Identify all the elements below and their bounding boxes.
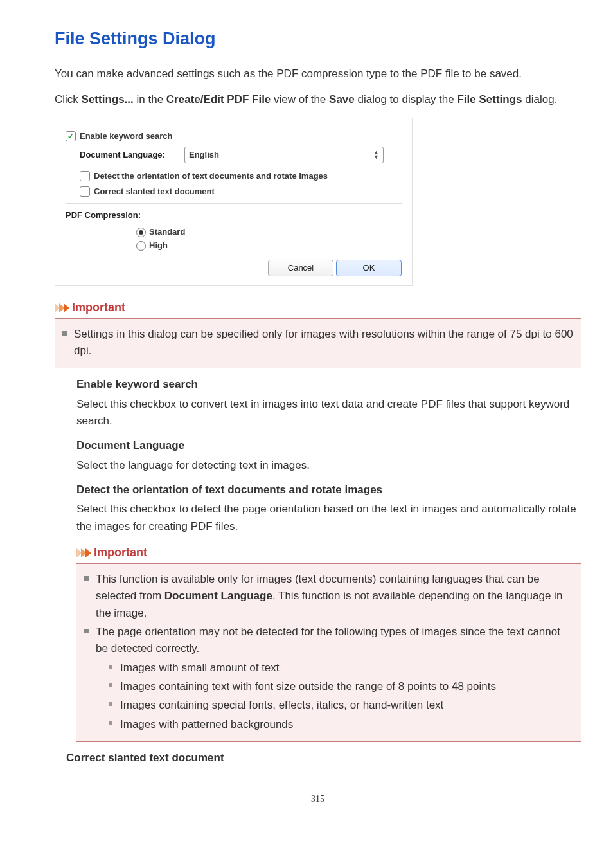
compression-high-label: High (149, 239, 168, 252)
term-document-language: Document Language (76, 437, 581, 454)
term-correct-slant: Correct slanted text document (66, 750, 581, 766)
stepper-icon: ▲▼ (373, 150, 379, 159)
correct-slant-checkbox[interactable] (80, 186, 90, 197)
desc-enable-keyword: Select this checkbox to convert text in … (76, 396, 581, 430)
text: dialog to display the (355, 93, 458, 105)
important-header: Important (76, 544, 581, 564)
important-body: Settings in this dialog can be specified… (55, 319, 581, 369)
intro-paragraph-2: Click Settings... in the Create/Edit PDF… (55, 91, 581, 108)
desc-document-language: Select the language for detecting text i… (76, 457, 581, 474)
compression-standard-radio[interactable] (136, 228, 146, 237)
document-language-value: English (189, 149, 219, 161)
text-bold: Settings... (82, 93, 134, 105)
important-item: Settings in this dialog can be specified… (62, 326, 574, 360)
text: in the (134, 93, 166, 105)
important-item: The page orientation may not be detected… (84, 624, 574, 733)
text: dialog. (522, 93, 558, 105)
enable-keyword-checkbox[interactable]: ✓ (66, 131, 76, 141)
text: The page orientation may not be detected… (96, 626, 560, 655)
cancel-button[interactable]: Cancel (268, 260, 333, 276)
important-title: Important (72, 299, 125, 317)
enable-keyword-label: Enable keyword search (80, 130, 173, 143)
desc-detect-orientation: Select this checkbox to detect the page … (76, 501, 581, 535)
divider (66, 203, 402, 204)
text-bold: Create/Edit PDF File (166, 93, 271, 105)
text-bold: Save (329, 93, 355, 105)
file-settings-dialog: ✓ Enable keyword search Document Languag… (55, 118, 413, 286)
ok-button[interactable]: OK (336, 260, 402, 276)
important-item: This function is available only for imag… (84, 571, 574, 622)
important-subitem: Images containing text with font size ou… (109, 678, 574, 695)
correct-slant-label: Correct slanted text document (94, 185, 215, 198)
important-title: Important (94, 544, 147, 562)
important-subitem: Images with patterned backgrounds (109, 716, 574, 733)
intro-paragraph-1: You can make advanced settings such as t… (55, 66, 581, 82)
text-bold: File Settings (457, 93, 522, 105)
pdf-compression-label: PDF Compression: (66, 209, 402, 222)
chevron-icon (55, 303, 68, 312)
text: Click (55, 93, 82, 105)
page-title: File Settings Dialog (55, 26, 581, 53)
term-enable-keyword: Enable keyword search (76, 376, 581, 393)
compression-standard-label: Standard (149, 226, 185, 239)
important-body: This function is available only for imag… (76, 564, 581, 742)
document-language-select[interactable]: English ▲▼ (184, 147, 384, 163)
important-header: Important (55, 299, 581, 319)
document-language-label: Document Language: (80, 149, 173, 161)
page-number: 315 (55, 792, 581, 806)
compression-high-radio[interactable] (136, 241, 146, 251)
important-subitem: Images with small amount of text (109, 660, 574, 676)
term-detect-orientation: Detect the orientation of text documents… (76, 482, 581, 498)
text: view of the (271, 93, 329, 105)
important-subitem: Images containing special fonts, effects… (109, 697, 574, 714)
detect-orientation-checkbox[interactable] (80, 171, 90, 181)
detect-orientation-label: Detect the orientation of text documents… (94, 170, 328, 183)
text-bold: Document Language (164, 590, 272, 602)
chevron-icon (76, 548, 90, 557)
